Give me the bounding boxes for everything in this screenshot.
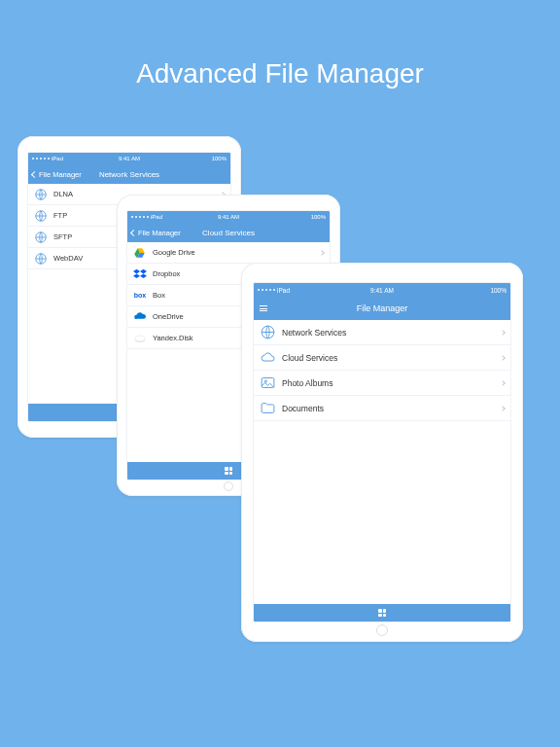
list-item[interactable]: Google Drive (127, 242, 330, 264)
dropbox-icon (133, 267, 147, 281)
onedrive-icon (133, 310, 147, 324)
chevron-right-icon (500, 406, 506, 411)
chevron-right-icon (319, 250, 325, 256)
device-stage: iPad 9:41 AM 100% File Manager Network S… (0, 136, 560, 747)
svg-point-16 (264, 380, 266, 382)
status-time: 9:41 AM (218, 214, 239, 220)
nav-bar: File Manager (254, 297, 510, 320)
status-bar: iPad 9:41 AM 100% (254, 283, 510, 297)
chevron-right-icon (500, 380, 506, 386)
globe-icon (260, 324, 276, 340)
status-bar: iPad 9:41 AM 100% (28, 153, 230, 164)
grid-icon[interactable] (378, 609, 386, 617)
svg-marker-9 (140, 268, 147, 273)
globe-icon (34, 252, 48, 266)
chevron-right-icon (500, 355, 506, 361)
menu-button[interactable] (260, 297, 267, 320)
chevron-right-icon (500, 330, 506, 336)
globe-icon (34, 231, 48, 244)
nav-title: Cloud Services (202, 229, 255, 237)
box-icon: box (133, 289, 147, 302)
tab-bar (254, 604, 510, 622)
status-bar: iPad 9:41 AM 100% (127, 211, 330, 223)
status-time: 9:41 AM (370, 287, 394, 294)
status-time: 9:41 AM (119, 156, 140, 161)
svg-point-13 (135, 336, 146, 341)
cloud-icon (260, 349, 276, 366)
chevron-left-icon (31, 170, 38, 177)
page-title: Advanced File Manager (0, 58, 560, 89)
ipad-main: iPad 9:41 AM 100% File Manager Network S… (241, 263, 523, 642)
back-button[interactable]: File Manager (32, 164, 82, 184)
list-item[interactable]: Network Services (254, 320, 510, 345)
back-button[interactable]: File Manager (131, 223, 181, 242)
nav-title: Network Services (99, 170, 159, 179)
svg-marker-8 (133, 268, 140, 273)
svg-marker-10 (133, 273, 140, 278)
globe-icon (34, 209, 48, 223)
nav-bar: File Manager Cloud Services (127, 223, 330, 242)
chevron-left-icon (130, 229, 137, 235)
folder-icon (260, 400, 276, 416)
globe-icon (34, 188, 48, 201)
grid-icon[interactable] (225, 467, 232, 475)
photo-icon (260, 374, 276, 391)
gdrive-icon (133, 246, 147, 260)
home-button (224, 481, 233, 491)
main-list: Network Services Cloud Services Photo Al… (254, 320, 510, 604)
list-item[interactable]: Documents (254, 396, 510, 421)
nav-title: File Manager (357, 303, 408, 313)
yandex-icon (133, 332, 147, 345)
svg-marker-11 (140, 273, 147, 278)
nav-bar: File Manager Network Services (28, 164, 230, 184)
list-item[interactable]: Photo Albums (254, 371, 510, 396)
home-button (376, 624, 388, 636)
list-item[interactable]: Cloud Services (254, 345, 510, 371)
